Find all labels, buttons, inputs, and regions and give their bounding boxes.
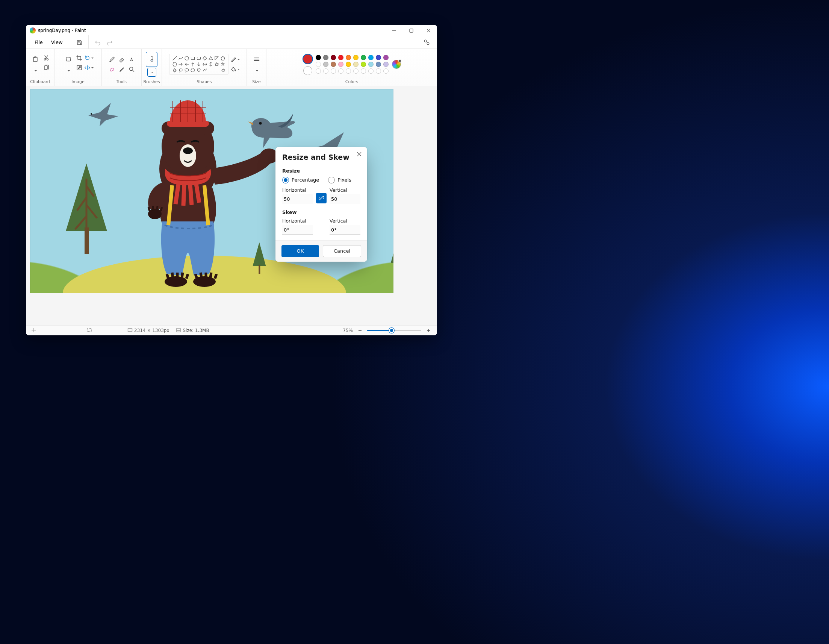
status-bar: 2314 × 1303px Size: 1.3MB 75% [26,325,437,335]
palette-swatch[interactable] [331,62,336,67]
dialog-ok-button[interactable]: OK [282,245,319,257]
dialog-close-button[interactable] [355,150,363,158]
palette-swatch-empty[interactable] [361,68,366,74]
resize-vertical-input[interactable] [329,194,360,204]
crop-button[interactable] [75,54,84,62]
ribbon-shapes-label: Shapes [197,79,211,86]
palette-swatch-empty[interactable] [368,68,374,74]
skew-horizontal-input[interactable] [282,225,313,235]
palette-swatch[interactable] [376,62,381,67]
palette-swatch[interactable] [338,55,344,60]
palette-swatch[interactable] [353,62,358,67]
palette-swatch[interactable] [323,62,328,67]
resize-button[interactable] [75,63,84,72]
edit-colors-button[interactable] [392,60,401,69]
svg-rect-17 [197,57,200,60]
zoom-in-button[interactable] [425,327,432,334]
radio-percentage[interactable]: Percentage [282,177,319,183]
shapes-gallery[interactable] [169,54,229,75]
close-button[interactable] [420,25,437,36]
palette-swatch[interactable] [331,55,336,60]
brush-tool[interactable] [146,52,158,67]
maximize-button[interactable] [402,25,420,36]
paste-dropdown[interactable] [31,66,40,75]
rotate-button[interactable] [85,54,94,62]
select-tool[interactable] [62,54,74,65]
magnifier-tool[interactable] [127,65,136,74]
palette-swatch-empty[interactable] [323,68,328,74]
svg-point-23 [91,113,92,115]
copy-button[interactable] [42,63,51,72]
big-eraser-tool[interactable] [107,65,117,74]
color-palette[interactable] [316,55,389,74]
color-picker-tool[interactable] [117,65,126,74]
radio-pixels[interactable]: Pixels [328,177,351,183]
cut-button[interactable] [42,54,51,62]
color-2-swatch[interactable] [303,66,312,75]
palette-swatch[interactable] [323,55,328,60]
eraser-tool[interactable] [117,55,126,64]
svg-rect-14 [151,57,153,60]
svg-point-4 [427,43,429,45]
minimize-button[interactable] [385,25,402,36]
skew-vertical-input[interactable] [329,225,360,235]
shape-outline-button[interactable] [231,55,240,64]
palette-swatch-empty[interactable] [316,68,321,74]
brush-dropdown[interactable] [147,68,156,77]
flip-button[interactable] [85,63,94,72]
ribbon-clipboard-label: Clipboard [30,79,50,86]
palette-swatch[interactable] [368,62,374,67]
palette-swatch[interactable] [316,55,321,60]
menu-view[interactable]: View [47,38,67,47]
zoom-out-button[interactable] [357,327,363,334]
dialog-cancel-button[interactable]: Cancel [323,245,361,257]
selection-size-icon [87,327,92,333]
palette-swatch-empty[interactable] [346,68,351,74]
palette-swatch-empty[interactable] [353,68,358,74]
palette-swatch[interactable] [353,55,358,60]
palette-swatch[interactable] [376,55,381,60]
select-dropdown[interactable] [64,66,73,75]
svg-point-29 [183,147,193,154]
svg-point-19 [185,69,189,71]
maintain-aspect-ratio-button[interactable] [316,193,326,204]
ribbon: Clipboard [26,49,437,86]
palette-swatch[interactable] [361,55,366,60]
text-tool[interactable] [127,55,136,64]
svg-rect-9 [44,66,47,69]
redo-button[interactable] [104,36,116,49]
palette-swatch-empty[interactable] [331,68,336,74]
resize-horizontal-input[interactable] [282,194,313,204]
zoom-slider[interactable] [367,330,421,331]
titlebar: springDay.png - Paint [26,25,437,36]
resize-skew-dialog: Resize and Skew Resize Percentage Pixels… [276,147,367,262]
paste-button[interactable] [29,54,41,65]
stroke-size-button[interactable] [251,54,262,65]
filesize-icon [176,327,181,333]
cursor-position-icon [31,327,36,333]
palette-swatch[interactable] [383,62,389,67]
palette-swatch-empty[interactable] [383,68,389,74]
menu-file[interactable]: File [30,38,47,47]
dialog-title: Resize and Skew [282,153,350,161]
window-title: springDay.png - Paint [38,28,86,33]
palette-swatch[interactable] [338,62,344,67]
save-button[interactable] [73,36,85,49]
shape-fill-button[interactable] [231,65,240,74]
palette-swatch[interactable] [368,55,374,60]
palette-swatch[interactable] [383,55,389,60]
skew-vertical-label: Vertical [329,218,360,224]
stroke-size-dropdown[interactable] [252,66,261,75]
palette-swatch-empty[interactable] [376,68,381,74]
color-1-swatch[interactable] [303,54,313,64]
dimensions-icon [128,327,132,333]
undo-button[interactable] [92,36,104,49]
ribbon-tools-label: Tools [117,79,127,86]
settings-icon[interactable] [421,36,433,49]
pencil-tool[interactable] [107,55,117,64]
palette-swatch[interactable] [346,55,351,60]
palette-swatch[interactable] [361,62,366,67]
palette-swatch[interactable] [316,62,321,67]
palette-swatch[interactable] [346,62,351,67]
palette-swatch-empty[interactable] [338,68,344,74]
